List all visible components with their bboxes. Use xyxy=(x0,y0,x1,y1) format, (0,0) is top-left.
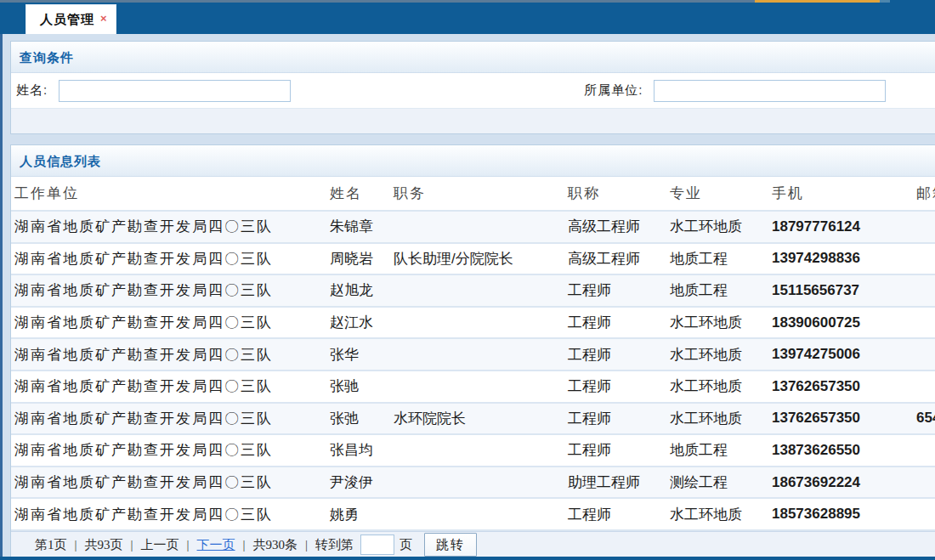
personnel-list-panel: 人员信息列表 工作单位姓名职务职称专业手机邮箱 湖南省地质矿产勘查开发局四〇三队… xyxy=(10,144,935,559)
cell-name: 周晓岩 xyxy=(326,243,390,275)
table-row[interactable]: 湖南省地质矿产勘查开发局四〇三队张昌均工程师地质工程13873626550 xyxy=(11,434,935,467)
cell-major: 水工环地质 xyxy=(666,498,768,530)
cell-position xyxy=(390,211,564,243)
cell-mobile: 13974298836 xyxy=(768,243,913,275)
cell-name: 张华 xyxy=(326,338,390,371)
query-panel-title: 查询条件 xyxy=(11,42,935,73)
cell-title: 工程师 xyxy=(564,434,666,467)
table-row[interactable]: 湖南省地质矿产勘查开发局四〇三队张驰工程师水工环地质13762657350 xyxy=(11,371,935,403)
cell-position xyxy=(390,434,564,467)
cell-position xyxy=(390,307,564,339)
column-header-position: 职务 xyxy=(390,177,564,211)
next-page-link[interactable]: 下一页 xyxy=(197,537,235,553)
query-form-row: 姓名: 所属单位: xyxy=(11,73,935,108)
cell-position xyxy=(390,371,564,403)
cell-mobile: 13762657350 xyxy=(768,371,913,403)
personnel-table: 工作单位姓名职务职称专业手机邮箱 湖南省地质矿产勘查开发局四〇三队朱锦章高级工程… xyxy=(11,177,935,531)
table-row[interactable]: 湖南省地质矿产勘查开发局四〇三队周晓岩队长助理/分院院长高级工程师地质工程139… xyxy=(11,243,935,275)
table-row[interactable]: 湖南省地质矿产勘查开发局四〇三队赵江水工程师水工环地质18390600725 xyxy=(11,307,935,339)
query-panel: 查询条件 姓名: 所属单位: xyxy=(10,41,935,134)
cell-title: 工程师 xyxy=(564,371,666,403)
cell-email xyxy=(913,371,935,403)
table-row[interactable]: 湖南省地质矿产勘查开发局四〇三队张华工程师水工环地质13974275006 xyxy=(11,338,935,371)
cell-unit: 湖南省地质矿产勘查开发局四〇三队 xyxy=(11,338,326,371)
cell-major: 水工环地质 xyxy=(666,307,768,339)
items-total: 共930条 xyxy=(253,537,298,553)
cell-title: 工程师 xyxy=(564,403,666,435)
cell-major: 地质工程 xyxy=(666,274,768,307)
cell-position: 队长助理/分院院长 xyxy=(390,243,564,275)
cell-mobile: 18797776124 xyxy=(768,211,913,243)
table-header-row: 工作单位姓名职务职称专业手机邮箱 xyxy=(11,177,935,211)
tab-personnel-management[interactable]: 人员管理 × xyxy=(26,4,116,34)
cell-email xyxy=(913,338,935,371)
goto-page-suffix: 页 xyxy=(400,537,412,553)
goto-page-input[interactable] xyxy=(360,535,394,555)
column-header-major: 专业 xyxy=(666,177,768,211)
cell-mobile: 13762657350 xyxy=(768,403,913,435)
cell-title: 助理工程师 xyxy=(564,467,666,499)
title-bar: 人员管理 × xyxy=(0,3,935,34)
column-header-name: 姓名 xyxy=(326,177,390,211)
cell-position xyxy=(390,467,564,499)
cell-title: 工程师 xyxy=(564,274,666,307)
unit-field-label: 所属单位: xyxy=(584,82,643,99)
table-row[interactable]: 湖南省地质矿产勘查开发局四〇三队朱锦章高级工程师水工环地质18797776124 xyxy=(11,211,935,243)
cell-email xyxy=(913,211,935,243)
cell-title: 高级工程师 xyxy=(564,211,666,243)
pagination-separator: | xyxy=(187,538,190,552)
cell-unit: 湖南省地质矿产勘查开发局四〇三队 xyxy=(11,498,326,530)
name-input[interactable] xyxy=(59,80,291,102)
cell-name: 张昌均 xyxy=(326,434,390,467)
cell-name: 朱锦章 xyxy=(326,211,390,243)
tab-close-icon[interactable]: × xyxy=(100,13,107,24)
cell-unit: 湖南省地质矿产勘查开发局四〇三队 xyxy=(11,371,326,403)
cell-name: 姚勇 xyxy=(326,498,390,530)
cell-mobile: 18390600725 xyxy=(768,307,913,339)
cell-mobile: 18673692224 xyxy=(768,467,913,499)
unit-input[interactable] xyxy=(654,80,886,102)
cell-email xyxy=(913,434,935,467)
cell-unit: 湖南省地质矿产勘查开发局四〇三队 xyxy=(11,403,326,435)
table-row[interactable]: 湖南省地质矿产勘查开发局四〇三队尹浚伊助理工程师测绘工程18673692224 xyxy=(11,467,935,499)
table-row[interactable]: 湖南省地质矿产勘查开发局四〇三队姚勇工程师水工环地质18573628895 xyxy=(11,498,935,530)
cell-major: 水工环地质 xyxy=(666,403,768,435)
pagination-separator: | xyxy=(243,538,246,552)
cell-title: 工程师 xyxy=(564,498,666,530)
table-row[interactable]: 湖南省地质矿产勘查开发局四〇三队赵旭龙工程师地质工程15115656737 xyxy=(11,274,935,307)
column-header-mobile: 手机 xyxy=(768,177,913,211)
column-header-title: 职称 xyxy=(564,177,666,211)
cell-email xyxy=(913,243,935,275)
cell-mobile: 13873626550 xyxy=(768,434,913,467)
cell-name: 尹浚伊 xyxy=(326,467,390,499)
list-panel-title: 人员信息列表 xyxy=(11,145,935,177)
cell-position xyxy=(390,498,564,530)
cell-name: 张驰 xyxy=(326,371,390,403)
page-total: 共93页 xyxy=(85,537,123,553)
jump-button[interactable]: 跳转 xyxy=(424,533,477,557)
cell-email xyxy=(913,498,935,530)
goto-page-label: 转到第 xyxy=(315,537,354,553)
cell-major: 地质工程 xyxy=(666,243,768,275)
prev-page-link[interactable]: 上一页 xyxy=(141,537,179,553)
cell-email: 654 xyxy=(913,403,935,435)
page-current: 第1页 xyxy=(35,537,67,553)
left-edge-strip xyxy=(0,34,3,557)
cell-mobile: 13974275006 xyxy=(768,338,913,371)
cell-major: 水工环地质 xyxy=(666,371,768,403)
pagination-bar: 第1页 | 共93页 | 上一页 | 下一页 | 共930条 | 转到第 页 跳… xyxy=(11,531,935,558)
pagination-separator: | xyxy=(131,538,133,552)
cell-major: 水工环地质 xyxy=(666,211,768,243)
pagination-separator: | xyxy=(75,538,77,552)
tab-label: 人员管理 xyxy=(40,12,94,28)
cell-mobile: 18573628895 xyxy=(768,498,913,530)
query-actions-row xyxy=(11,108,935,133)
bottom-edge-strip xyxy=(0,557,935,560)
table-row[interactable]: 湖南省地质矿产勘查开发局四〇三队张弛水环院院长工程师水工环地质137626573… xyxy=(11,403,935,435)
cell-unit: 湖南省地质矿产勘查开发局四〇三队 xyxy=(11,307,326,339)
cell-position xyxy=(390,338,564,371)
cell-unit: 湖南省地质矿产勘查开发局四〇三队 xyxy=(11,434,326,467)
cell-name: 赵江水 xyxy=(326,307,390,339)
column-header-unit: 工作单位 xyxy=(11,177,326,211)
cell-unit: 湖南省地质矿产勘查开发局四〇三队 xyxy=(11,467,326,499)
